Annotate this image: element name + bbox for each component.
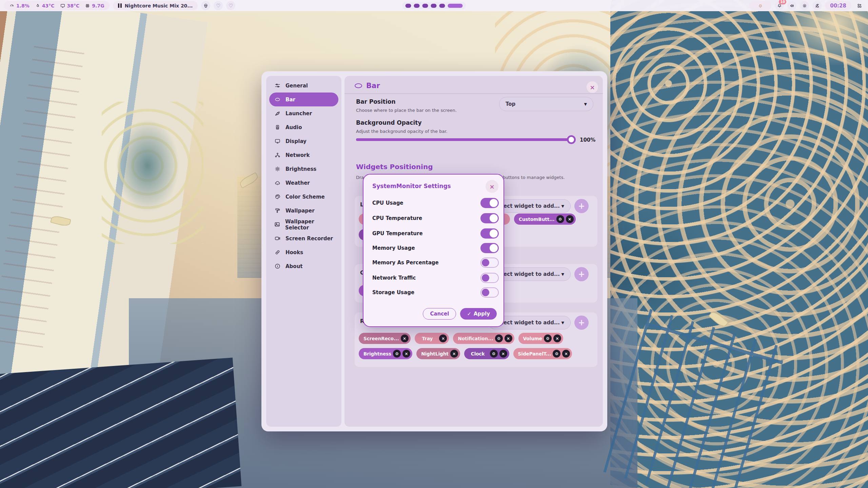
widget-chip-notifications[interactable]: Notification... ⚙ ×	[453, 333, 514, 344]
brightness-button[interactable]	[800, 1, 809, 10]
chip-label: NightLight	[421, 351, 449, 357]
remove-icon[interactable]: ×	[562, 350, 570, 358]
remove-icon[interactable]: ×	[401, 334, 409, 342]
sidebar-item-label: Wallpaper	[285, 208, 315, 214]
remove-icon[interactable]: ×	[553, 334, 561, 342]
workspace-active-dot[interactable]	[448, 4, 463, 8]
cancel-label: Cancel	[430, 311, 449, 317]
heart-button[interactable]: ♡	[226, 1, 235, 10]
sidebar-item-color-scheme[interactable]: Color Scheme	[269, 190, 338, 204]
heart-button[interactable]: ♡	[214, 1, 223, 10]
toggle-cpu-usage[interactable]	[480, 198, 499, 208]
toggle-cpu-temperature[interactable]	[480, 213, 499, 223]
check-icon: ✓	[467, 311, 471, 317]
workspace-dot[interactable]	[431, 4, 437, 8]
add-widget-button[interactable]: +	[574, 199, 589, 213]
toggle-storage-usage[interactable]	[480, 287, 499, 298]
sidebar-item-label: Audio	[285, 124, 302, 130]
gear-icon[interactable]: ⚙	[553, 350, 560, 358]
night-light-off-icon	[814, 3, 820, 8]
widget-chip-sidepanel[interactable]: SidePanelT... ⚙ ×	[513, 348, 572, 359]
widget-chip-custombutton[interactable]: CustomButt... ⚙ ×	[514, 214, 576, 225]
remove-icon[interactable]: ×	[566, 215, 574, 223]
network-icon	[274, 152, 281, 159]
toggle-network-traffic[interactable]	[480, 273, 499, 283]
sidebar-item-label: About	[285, 263, 303, 269]
bar-position-value: Top	[506, 101, 515, 107]
slider-thumb[interactable]	[567, 135, 576, 144]
night-light-button[interactable]	[812, 1, 822, 10]
sidebar-item-screen-recorder[interactable]: Screen Recorder	[269, 231, 338, 245]
cancel-button[interactable]: Cancel	[423, 308, 456, 320]
notifications-button[interactable]: 10	[775, 1, 784, 10]
chip-label: SidePanelT...	[518, 351, 551, 357]
sidebar-item-bar[interactable]: Bar	[269, 93, 338, 106]
background-opacity-value: 100%	[580, 137, 595, 143]
remove-icon[interactable]: ×	[450, 350, 458, 358]
cpu-temp-value: 43°C	[42, 3, 55, 8]
panel-title-row: Bar	[355, 82, 380, 90]
remove-icon[interactable]: ×	[499, 350, 507, 358]
chip-label: ScreenReco...	[363, 336, 399, 341]
chip-label: Brightness	[363, 351, 391, 357]
sidebar-item-hooks[interactable]: Hooks	[269, 245, 338, 259]
skull-button[interactable]	[201, 1, 210, 10]
clock-pill[interactable]: 00:28	[825, 1, 851, 10]
toggle-label: CPU Usage	[372, 200, 403, 206]
sidebar-item-audio[interactable]: Audio	[269, 120, 338, 134]
apply-button[interactable]: ✓ Apply	[460, 308, 497, 320]
workspace-dot[interactable]	[414, 4, 420, 8]
toggle-memory-usage[interactable]	[480, 243, 499, 253]
cpu-usage-stat: 1.8%	[9, 3, 29, 8]
close-window-button[interactable]: ×	[587, 81, 598, 93]
close-icon: ×	[489, 183, 494, 190]
tray-app-button[interactable]	[749, 1, 771, 10]
widget-chip-screenrecorder[interactable]: ScreenReco... ×	[359, 333, 411, 344]
workspace-dot[interactable]	[406, 4, 411, 8]
pause-icon	[118, 3, 122, 8]
add-widget-button[interactable]: +	[574, 267, 589, 281]
widget-chip-nightlight[interactable]: NightLight ×	[416, 348, 460, 359]
widget-chip-volume[interactable]: Volume ⚙ ×	[518, 333, 563, 344]
flame-icon	[35, 3, 40, 8]
toggle-label: Memory Usage	[372, 245, 415, 251]
gear-icon[interactable]: ⚙	[495, 334, 503, 342]
sidebar-item-display[interactable]: Display	[269, 134, 338, 148]
volume-button[interactable]	[787, 1, 796, 10]
sidebar-item-wallpaper[interactable]: Wallpaper	[269, 204, 338, 218]
sidebar-item-wallpaper-selector[interactable]: Wallpaper Selector	[269, 218, 338, 231]
sidebar-item-label: General	[285, 83, 308, 89]
sidebar-item-launcher[interactable]: Launcher	[269, 106, 338, 120]
toggle-gpu-temperature[interactable]	[480, 228, 499, 239]
workspace-dot[interactable]	[422, 4, 428, 8]
sidebar-item-label: Network	[285, 152, 310, 158]
background-opacity-slider[interactable]	[356, 138, 574, 141]
sidebar-item-network[interactable]: Network	[269, 148, 338, 162]
remove-icon[interactable]: ×	[402, 350, 410, 358]
gear-icon[interactable]: ⚙	[490, 350, 498, 358]
widget-chip-clock[interactable]: Clock ⚙ ×	[464, 348, 509, 359]
remove-icon[interactable]: ×	[439, 334, 447, 342]
toggle-memory-as-percentage[interactable]	[480, 258, 499, 268]
sliders-icon	[274, 82, 281, 89]
workspace-dot[interactable]	[439, 4, 445, 8]
dashboard-button[interactable]	[855, 1, 864, 10]
add-widget-button[interactable]: +	[574, 316, 589, 330]
gear-icon[interactable]: ⚙	[544, 334, 552, 342]
sidebar-item-weather[interactable]: Weather	[269, 176, 338, 190]
gear-icon[interactable]: ⚙	[393, 350, 401, 358]
bar-position-select[interactable]: Top ▼	[499, 97, 593, 111]
sidebar-item-about[interactable]: About	[269, 259, 338, 273]
media-player-pill[interactable]: Nightcore Music Mix 20...	[113, 1, 198, 10]
system-stats-pill[interactable]: 1.8% 43°C 38°C 9.7G	[4, 1, 110, 10]
gear-icon[interactable]: ⚙	[556, 215, 564, 223]
remove-icon[interactable]: ×	[505, 334, 512, 342]
close-dialog-button[interactable]: ×	[486, 180, 498, 193]
workspace-indicator[interactable]	[402, 2, 466, 9]
widget-chip-brightness[interactable]: Brightness ⚙ ×	[359, 348, 412, 359]
sidebar-item-general[interactable]: General	[269, 79, 338, 93]
sidebar-item-label: Display	[285, 138, 307, 144]
sidebar-item-label: Weather	[285, 180, 310, 186]
widget-chip-tray[interactable]: Tray ×	[415, 333, 449, 344]
sidebar-item-brightness[interactable]: Brightness	[269, 162, 338, 176]
